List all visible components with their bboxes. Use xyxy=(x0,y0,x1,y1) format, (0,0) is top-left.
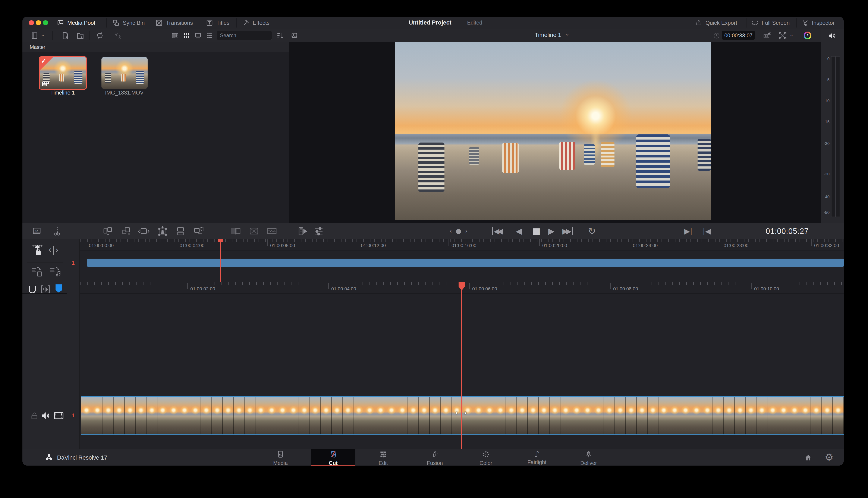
nav-color[interactable]: Color xyxy=(468,450,504,466)
close-up-button[interactable] xyxy=(193,226,205,237)
audio-trim-icon[interactable] xyxy=(40,285,51,294)
play-button[interactable]: ▶ xyxy=(548,226,554,236)
ruler-label: 01:00:24:00 xyxy=(633,243,658,248)
tab-titles-label: Titles xyxy=(216,19,229,26)
transition-smooth-button[interactable] xyxy=(266,226,278,236)
rewind-button[interactable]: ◀◀ xyxy=(492,227,501,235)
viewer-timeline-select[interactable]: Timeline 1 ⌄ xyxy=(535,32,570,38)
tab-media-pool[interactable]: Media Pool xyxy=(56,18,95,27)
sync-clip-icon[interactable] xyxy=(30,266,43,278)
ruler-label: 01:00:08:00 xyxy=(270,243,295,248)
track-video-icon[interactable] xyxy=(54,411,64,420)
stop-button[interactable]: ■ xyxy=(533,226,540,236)
track-mute-icon[interactable] xyxy=(41,411,51,421)
go-to-first-frame-button[interactable]: |◀ xyxy=(703,227,711,235)
transport-timecode: 01:00:05:27 xyxy=(766,227,817,236)
import-folder-button[interactable] xyxy=(76,31,85,40)
trim-mode-icon[interactable]: ‹|› xyxy=(48,245,59,255)
marker-color-swatch[interactable] xyxy=(55,285,62,292)
tab-titles[interactable]: Titles xyxy=(206,18,229,27)
lower-timeline-gutter xyxy=(23,282,67,449)
search-input[interactable] xyxy=(217,31,272,40)
speaker-icon[interactable] xyxy=(828,31,837,40)
clip-thumbnail: ✓ xyxy=(39,56,87,90)
smart-insert-button[interactable] xyxy=(102,226,114,236)
lower-timeline-lane[interactable]: 01:00:02:00 01:00:04:00 01:00:06:00 01:0… xyxy=(80,282,844,449)
traffic-zoom-button[interactable] xyxy=(43,20,48,25)
sync-audio-icon[interactable] xyxy=(49,266,61,278)
play-around-button[interactable]: ▶| xyxy=(684,227,692,235)
split-clip-button[interactable] xyxy=(53,226,62,236)
db-label: -30 xyxy=(824,172,830,176)
snap-playhead-lock-icon[interactable] xyxy=(30,244,44,257)
loop-button[interactable]: ↻ xyxy=(588,225,596,236)
timeline-clip-filmstrip[interactable] xyxy=(81,396,844,435)
resync-bin-button[interactable] xyxy=(95,31,104,40)
inspector-button[interactable]: Inspector xyxy=(802,18,835,27)
nav-cut[interactable]: Cut xyxy=(315,450,352,466)
view-grid-button[interactable] xyxy=(182,32,191,39)
viewer-video[interactable] xyxy=(395,42,711,220)
nav-deliver[interactable]: Deliver xyxy=(571,450,607,466)
upper-timeline-clip-bar[interactable] xyxy=(87,259,844,267)
place-on-top-button[interactable] xyxy=(157,225,168,237)
upper-timeline-lane[interactable]: 01:00:00:00 01:00:04:00 01:00:08:00 01:0… xyxy=(80,239,844,282)
clip-name: Timeline 1 xyxy=(39,90,86,96)
viewer-thumb-icon[interactable] xyxy=(291,32,298,39)
snapping-magnet-icon[interactable] xyxy=(27,284,38,294)
source-tape-button[interactable] xyxy=(298,226,308,237)
play-reverse-button[interactable]: ◀ xyxy=(516,226,522,236)
ruler-label: 01:00:12:00 xyxy=(361,243,386,248)
ruler-label: 01:00:04:00 xyxy=(331,286,356,292)
source-overwrite-button[interactable] xyxy=(175,226,187,236)
nav-fusion[interactable]: Fusion xyxy=(417,450,453,466)
tab-sync-bin[interactable]: Sync Bin xyxy=(112,18,145,27)
color-boost-button[interactable]: ✦ xyxy=(804,31,812,39)
nav-media[interactable]: Media xyxy=(262,450,298,466)
media-clip-img1831[interactable]: IMG_1831.MOV xyxy=(101,56,148,96)
nav-edit[interactable]: Edit xyxy=(365,450,401,466)
settings-gear-icon[interactable]: ⚙ xyxy=(825,451,833,463)
tab-effects[interactable]: Effects xyxy=(242,18,270,27)
lower-playhead-line[interactable] xyxy=(461,288,462,449)
view-metadata-button[interactable] xyxy=(171,32,179,39)
relink-media-button[interactable] xyxy=(113,31,123,40)
clip-thumbnail xyxy=(101,57,148,89)
traffic-close-button[interactable] xyxy=(29,20,34,25)
jog-control[interactable]: ‹ ● › xyxy=(449,227,468,235)
media-clip-timeline1[interactable]: ✓ Timeline 1 xyxy=(39,56,86,96)
traffic-minimize-button[interactable] xyxy=(36,20,41,25)
view-list-button[interactable] xyxy=(205,32,213,39)
app-window: Media Pool Sync Bin Transitions Titles xyxy=(23,17,844,466)
fast-forward-button[interactable]: ▶▶ xyxy=(562,227,573,235)
chevron-down-icon: ⌄ xyxy=(40,31,45,38)
home-button[interactable] xyxy=(804,454,812,462)
track-lock-icon[interactable] xyxy=(30,411,39,420)
viewer-timecode[interactable]: 00:00:33:07 xyxy=(722,31,755,40)
tools-button[interactable] xyxy=(313,226,324,237)
full-screen-button[interactable]: Full Screen xyxy=(751,18,790,27)
fusion-page-icon xyxy=(431,450,439,458)
grab-still-button[interactable] xyxy=(763,31,772,40)
tab-sync-bin-label: Sync Bin xyxy=(123,19,145,26)
ripple-overwrite-button[interactable] xyxy=(137,226,150,236)
full-screen-icon xyxy=(751,19,759,26)
sort-order-button[interactable] xyxy=(276,31,285,40)
tab-transitions[interactable]: Transitions xyxy=(155,18,193,27)
nav-fairlight[interactable]: ♪ Fairlight xyxy=(519,450,555,466)
clip-name: IMG_1831.MOV xyxy=(101,90,148,96)
transition-dissolve-button[interactable] xyxy=(230,226,242,236)
upper-playhead-line[interactable] xyxy=(220,239,221,282)
timeline-sleep-icon[interactable]: zzz xyxy=(33,226,44,236)
quick-export-button[interactable]: Quick Export xyxy=(695,18,737,27)
transition-dip-button[interactable] xyxy=(248,226,260,236)
transform-tool-button[interactable]: ⌄ xyxy=(779,31,794,40)
nav-cut-active-box[interactable]: Cut xyxy=(311,449,355,466)
view-filmstrip-button[interactable] xyxy=(194,32,202,39)
sync-bin-icon xyxy=(112,19,120,27)
bin-list-toggle[interactable]: ⌄ xyxy=(30,31,45,40)
append-clip-button[interactable] xyxy=(121,226,133,236)
db-label: -40 xyxy=(824,195,830,199)
import-media-button[interactable] xyxy=(61,31,70,40)
timeline-upper: ‹|› 1 01:00:00:00 01:00:04:00 01:00:08:0… xyxy=(23,239,844,282)
